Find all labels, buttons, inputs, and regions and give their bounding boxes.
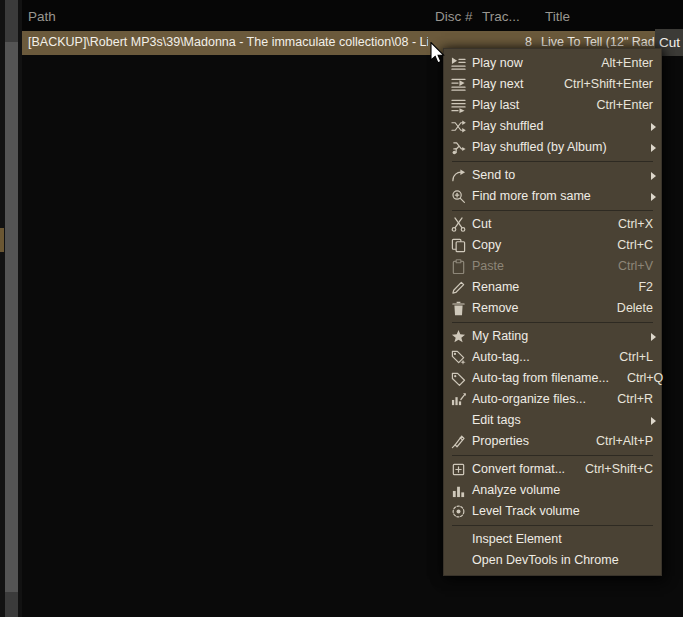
tag-icon <box>451 371 466 386</box>
menu-item-label: Play shuffled <box>472 116 635 137</box>
menu-item-label: Edit tags <box>472 410 635 431</box>
send-to-icon <box>451 168 466 183</box>
menu-item-shortcut: Ctrl+X <box>618 214 653 235</box>
menu-item-level-track-volume[interactable]: Level Track volume <box>444 501 661 522</box>
left-panel-edge <box>0 0 22 617</box>
menu-item-send-to[interactable]: Send to <box>444 165 661 186</box>
star-icon <box>451 329 466 344</box>
menu-item-label: Play next <box>472 74 546 95</box>
find-more-icon <box>451 189 466 204</box>
submenu-arrow-icon <box>651 144 656 152</box>
menu-item-label: Find more from same <box>472 186 635 207</box>
menu-item-label: Cut <box>472 214 600 235</box>
menu-item-shortcut: Delete <box>617 298 653 319</box>
menu-item-label: My Rating <box>472 326 635 347</box>
menu-item-shortcut: Ctrl+V <box>618 256 653 277</box>
menu-item-shortcut: Ctrl+C <box>617 235 653 256</box>
menu-item-play-now[interactable]: Play now Alt+Enter <box>444 53 661 74</box>
scrollbar-thumb[interactable] <box>5 42 18 592</box>
menu-item-my-rating[interactable]: My Rating <box>444 326 661 347</box>
menu-item-shortcut: Ctrl+Shift+Enter <box>564 74 653 95</box>
column-header-title[interactable]: Title <box>545 9 570 24</box>
menu-item-label: Copy <box>472 235 599 256</box>
convert-icon <box>451 462 466 477</box>
icon-placeholder <box>451 553 466 568</box>
menu-separator <box>452 455 653 456</box>
menu-item-shortcut: Ctrl+L <box>619 347 653 368</box>
menu-item-label: Auto-tag from filename... <box>472 368 609 389</box>
menu-item-label: Properties <box>472 431 578 452</box>
menu-item-play-shuffled-by-album[interactable]: Play shuffled (by Album) <box>444 137 661 158</box>
menu-item-analyze-volume[interactable]: Analyze volume <box>444 480 661 501</box>
menu-item-auto-tag[interactable]: Auto-tag... Ctrl+L <box>444 347 661 368</box>
menu-item-label: Play last <box>472 95 578 116</box>
menu-item-properties[interactable]: Properties Ctrl+Alt+P <box>444 431 661 452</box>
list-header: Path Disc # Trac... Title <box>22 0 683 31</box>
menu-item-shortcut: Ctrl+R <box>617 389 653 410</box>
auto-tag-icon <box>451 350 466 365</box>
menu-item-play-last[interactable]: Play last Ctrl+Enter <box>444 95 661 116</box>
menu-item-auto-tag-from-filename[interactable]: Auto-tag from filename... Ctrl+Q <box>444 368 661 389</box>
submenu-arrow-icon <box>651 417 656 425</box>
menu-separator <box>452 322 653 323</box>
menu-item-shortcut: Alt+Enter <box>601 53 653 74</box>
submenu-arrow-icon <box>651 333 656 341</box>
playlist-last-icon <box>451 98 466 113</box>
menu-item-label: Remove <box>472 298 599 319</box>
menu-item-label: Send to <box>472 165 635 186</box>
menu-item-shortcut: Ctrl+Shift+C <box>585 459 653 480</box>
column-header-disc[interactable]: Disc # <box>435 9 473 24</box>
menu-item-label: Paste <box>472 256 600 277</box>
playlist-play-icon <box>451 56 466 71</box>
menu-item-edit-tags[interactable]: Edit tags <box>444 410 661 431</box>
properties-icon <box>451 434 466 449</box>
cell-path: [BACKUP]\Robert MP3s\39\Madonna - The im… <box>28 35 428 49</box>
menu-item-shortcut: Ctrl+Alt+P <box>596 431 653 452</box>
level-icon <box>451 504 466 519</box>
analyze-icon <box>451 483 466 498</box>
paste-icon <box>451 259 466 274</box>
menu-item-label: Inspect Element <box>472 529 635 550</box>
icon-placeholder <box>451 532 466 547</box>
menu-item-rename[interactable]: Rename F2 <box>444 277 661 298</box>
menu-item-label: Rename <box>472 277 620 298</box>
cut-icon <box>451 217 466 232</box>
remove-icon <box>451 301 466 316</box>
menu-item-copy[interactable]: Copy Ctrl+C <box>444 235 661 256</box>
menu-item-convert-format[interactable]: Convert format... Ctrl+Shift+C <box>444 459 661 480</box>
menu-item-label: Play shuffled (by Album) <box>472 137 635 158</box>
submenu-arrow-icon <box>651 193 656 201</box>
menu-item-shortcut: Ctrl+Q <box>627 368 663 389</box>
menu-item-auto-organize-files[interactable]: Auto-organize files... Ctrl+R <box>444 389 661 410</box>
icon-placeholder <box>451 413 466 428</box>
menu-item-play-next[interactable]: Play next Ctrl+Shift+Enter <box>444 74 661 95</box>
menu-item-play-shuffled[interactable]: Play shuffled <box>444 116 661 137</box>
submenu-arrow-icon <box>651 123 656 131</box>
menu-item-remove[interactable]: Remove Delete <box>444 298 661 319</box>
menu-item-paste[interactable]: Paste Ctrl+V <box>444 256 661 277</box>
menu-separator <box>452 210 653 211</box>
menu-item-label: Analyze volume <box>472 480 635 501</box>
menu-item-cut[interactable]: Cut Ctrl+X <box>444 214 661 235</box>
rename-icon <box>451 280 466 295</box>
menu-item-label: Open DevTools in Chrome <box>472 550 635 571</box>
organize-icon <box>451 392 466 407</box>
menu-item-label: Level Track volume <box>472 501 635 522</box>
selection-indicator-notch <box>0 228 4 252</box>
column-header-track[interactable]: Trac... <box>482 9 520 24</box>
menu-item-label: Auto-tag... <box>472 347 601 368</box>
menu-item-open-devtools-in-chrome[interactable]: Open DevTools in Chrome <box>444 550 661 571</box>
submenu-arrow-icon <box>651 172 656 180</box>
context-menu: Play now Alt+Enter Play next Ctrl+Shift+… <box>443 48 662 576</box>
shuffle-album-icon <box>451 140 466 155</box>
column-header-path[interactable]: Path <box>28 9 56 24</box>
menu-item-find-more-from-same[interactable]: Find more from same <box>444 186 661 207</box>
shuffle-icon <box>451 119 466 134</box>
menu-item-shortcut: Ctrl+Enter <box>596 95 653 116</box>
menu-separator <box>452 161 653 162</box>
playlist-next-icon <box>451 77 466 92</box>
menu-item-inspect-element[interactable]: Inspect Element <box>444 529 661 550</box>
menu-separator <box>452 525 653 526</box>
menu-item-label: Convert format... <box>472 459 567 480</box>
cell-track: 8 <box>477 35 532 49</box>
